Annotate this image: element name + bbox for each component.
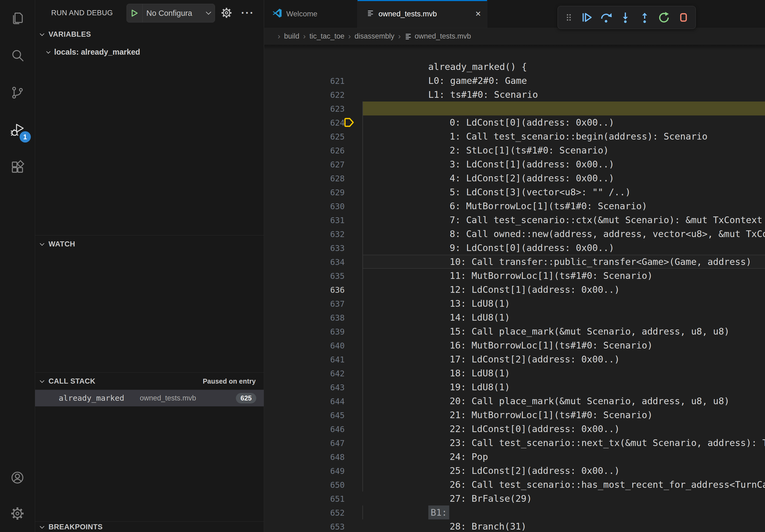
gutter[interactable]: 623 xyxy=(264,74,363,88)
file-icon xyxy=(404,33,412,40)
tab-owned-tests[interactable]: owned_tests.mvb ✕ xyxy=(358,0,487,28)
gutter[interactable]: 629 xyxy=(264,157,363,171)
gutter[interactable]: 647 xyxy=(264,408,363,422)
gutter[interactable]: 624 xyxy=(264,88,363,102)
restart-button[interactable] xyxy=(657,11,670,24)
breadcrumb-item[interactable]: › build xyxy=(274,32,300,41)
gutter[interactable]: 637 xyxy=(264,269,363,283)
breadcrumb-label: build xyxy=(284,32,300,40)
file-icon xyxy=(367,9,374,19)
frame-file-name: owned_tests.mvb xyxy=(140,394,196,402)
breadcrumb: › build › xyxy=(264,28,765,45)
code-line: 653 B1: xyxy=(264,492,765,505)
code-line: 647 22: LdConst[0](address: 0x00..) xyxy=(264,408,765,422)
sidebar-item-extensions[interactable] xyxy=(0,149,35,186)
gutter[interactable]: 649 xyxy=(264,436,363,450)
code-line: 621 already_marked() { xyxy=(264,46,765,60)
gutter[interactable]: 652 xyxy=(264,478,363,492)
code-line: 637 12: LdConst[1](address: 0x00..) xyxy=(264,269,765,283)
chevron-right-icon: › xyxy=(345,32,355,41)
code-line: 630 5: LdConst[3](vector<u8>: "" /..) xyxy=(264,171,765,185)
breadcrumb-item[interactable]: › owned_tests.mvb xyxy=(394,32,471,41)
code-line: 639 14: LdU8(1) xyxy=(264,297,765,311)
continue-button[interactable] xyxy=(580,11,593,24)
gutter[interactable]: 654 xyxy=(264,505,363,519)
gutter[interactable]: 641 xyxy=(264,324,363,338)
code-line: 628 3: LdConst[1](address: 0x00..) xyxy=(264,143,765,157)
code-line: 638 13: LdU8(1) xyxy=(264,283,765,297)
gutter[interactable]: 650 xyxy=(264,450,363,464)
variables-scope-row[interactable]: locals: already_marked xyxy=(47,45,264,60)
gutter[interactable]: 622 xyxy=(264,60,363,74)
sidebar-item-source-control[interactable] xyxy=(0,75,35,112)
gutter[interactable]: 644 xyxy=(264,366,363,380)
gutter[interactable]: 639 xyxy=(264,297,363,311)
accounts-button[interactable] xyxy=(0,460,35,496)
gutter[interactable]: 648 xyxy=(264,422,363,436)
stop-button[interactable] xyxy=(677,11,690,24)
chevron-down-icon[interactable] xyxy=(207,11,211,16)
gutter[interactable]: 628 xyxy=(264,143,363,157)
gutter[interactable]: 638 xyxy=(264,283,363,297)
manage-button[interactable] xyxy=(0,496,35,532)
gutter[interactable]: 646 xyxy=(264,394,363,408)
gutter[interactable]: 626 xyxy=(264,116,363,130)
gutter[interactable]: 633 xyxy=(264,213,363,227)
gutter[interactable]: 631 xyxy=(264,185,363,199)
code-line: 629 4: LdConst[2](address: 0x00..) xyxy=(264,157,765,171)
files-icon xyxy=(10,11,25,27)
drag-handle-icon[interactable] xyxy=(564,11,574,24)
vscode-window: 1 xyxy=(0,0,765,532)
call-stack-section: CALL STACK Paused on entry already_marke… xyxy=(35,372,264,521)
breadcrumb-item[interactable]: › tic_tac_toe xyxy=(300,32,345,41)
code-line: 640 15: Call place_mark(&mut Scenario, a… xyxy=(264,311,765,324)
open-launch-json-button[interactable] xyxy=(220,6,234,20)
gutter[interactable]: 653 xyxy=(264,492,363,505)
close-icon[interactable]: ✕ xyxy=(475,10,481,18)
step-into-button[interactable] xyxy=(619,11,632,24)
gutter[interactable]: 645 xyxy=(264,380,363,394)
variables-section: VARIABLES locals: already_marked xyxy=(35,26,264,235)
gutter[interactable]: 655 xyxy=(264,519,363,532)
code-line: 624 B0: xyxy=(264,88,765,102)
tab-welcome[interactable]: Welcome xyxy=(264,0,358,28)
step-over-button[interactable] xyxy=(600,11,612,24)
gutter[interactable]: 640 xyxy=(264,311,363,324)
gutter[interactable]: 643 xyxy=(264,352,363,366)
call-stack-header[interactable]: CALL STACK Paused on entry xyxy=(35,373,264,390)
gutter[interactable]: 642 xyxy=(264,338,363,352)
gutter[interactable]: 632 xyxy=(264,199,363,213)
breakpoints-header[interactable]: BREAKPOINTS xyxy=(35,522,264,532)
watch-section: WATCH xyxy=(35,235,264,372)
gutter[interactable]: 635 xyxy=(264,241,363,255)
code-view: 621 already_marked() { 622 xyxy=(264,45,765,532)
sidebar-item-search[interactable] xyxy=(0,37,35,75)
code-line: 652 27: BrFalse(29) xyxy=(264,478,765,492)
breadcrumb-item[interactable]: › disassembly xyxy=(345,32,394,41)
breadcrumb-label: disassembly xyxy=(355,32,394,40)
chevron-right-icon: › xyxy=(300,32,310,41)
step-out-button[interactable] xyxy=(638,11,651,24)
more-actions-icon[interactable]: ··· xyxy=(238,5,257,21)
chevron-down-icon xyxy=(40,524,44,529)
gutter[interactable]: 651 xyxy=(264,464,363,478)
variables-header[interactable]: VARIABLES xyxy=(35,26,264,43)
sidebar-item-explorer[interactable] xyxy=(0,0,35,37)
code-line: 649 24: Pop xyxy=(264,436,765,450)
gutter[interactable]: 630 xyxy=(264,171,363,185)
chevron-right-icon: › xyxy=(394,32,404,41)
editor-area: Welcome owned_tests.mvb ✕ › xyxy=(264,0,765,532)
gutter[interactable]: 634 xyxy=(264,227,363,241)
start-debugging-button[interactable] xyxy=(127,4,142,22)
activity-bar: 1 xyxy=(0,0,35,532)
gutter[interactable]: 625 xyxy=(264,102,363,116)
gutter[interactable]: 636 xyxy=(264,255,363,269)
gutter[interactable]: 627 xyxy=(264,130,363,143)
call-stack-frame[interactable]: already_marked owned_tests.mvb 625 xyxy=(35,390,264,406)
debug-badge: 1 xyxy=(20,131,31,142)
configuration-dropdown[interactable]: No Configura xyxy=(143,9,207,18)
sidebar-item-run-and-debug[interactable]: 1 xyxy=(0,112,35,149)
code-line: 643 18: LdU8(1) xyxy=(264,352,765,366)
gutter[interactable]: 621 xyxy=(264,46,363,60)
watch-header[interactable]: WATCH xyxy=(35,235,264,253)
